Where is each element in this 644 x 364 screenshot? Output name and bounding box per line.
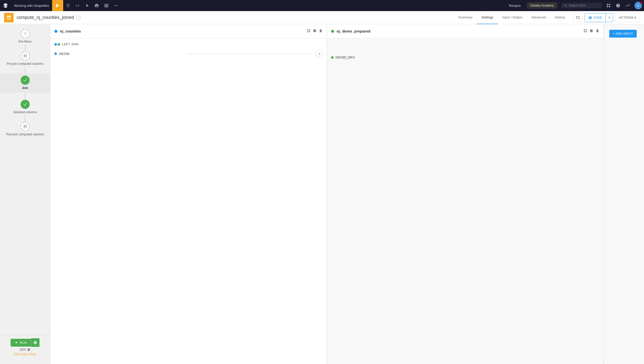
right-panel-header: nj_demo_prepared bbox=[327, 24, 603, 38]
right-panel-icons bbox=[583, 29, 599, 34]
settings-icon[interactable] bbox=[313, 29, 317, 34]
left-dataset-name[interactable]: nj_counties bbox=[60, 29, 304, 33]
right-dataset-name[interactable]: nj_demo_prepared bbox=[337, 29, 581, 33]
search-placeholder: Search DSS... bbox=[569, 4, 588, 7]
actions-button[interactable]: ACTIONS ▾ bbox=[615, 13, 640, 22]
post-join-label: Post-join computed columns bbox=[6, 133, 44, 136]
left-condition-field[interactable]: GEOID bbox=[59, 52, 183, 56]
node-selected-cols: Selected columns bbox=[0, 100, 50, 122]
condition-eq[interactable]: = bbox=[316, 50, 323, 57]
pre-join-circle[interactable] bbox=[21, 51, 30, 60]
tab-settings[interactable]: Settings bbox=[477, 11, 498, 24]
recipes-label[interactable]: Recipes bbox=[505, 4, 525, 8]
left-panel-icons bbox=[307, 29, 323, 34]
node-post-join: Post-join computed columns bbox=[0, 122, 50, 137]
table-icon[interactable] bbox=[101, 0, 111, 11]
selected-cols-circle[interactable] bbox=[21, 100, 30, 109]
left-sidebar: Pre-filters Pre-join computed columns Jo… bbox=[0, 24, 50, 364]
main-layout: Pre-filters Pre-join computed columns Jo… bbox=[0, 24, 644, 364]
app-logo bbox=[0, 0, 11, 11]
tab-history[interactable]: History bbox=[550, 11, 569, 24]
right-panel: nj_demo_prepared bbox=[327, 24, 604, 364]
join-circle[interactable] bbox=[21, 76, 30, 85]
line-2 bbox=[25, 67, 25, 74]
save-main[interactable]: SAVE bbox=[585, 13, 606, 22]
right-grid-icon[interactable] bbox=[583, 29, 587, 34]
right-condition-dot bbox=[331, 56, 334, 59]
tab-summary[interactable]: Summary bbox=[454, 11, 477, 24]
condition-line bbox=[187, 54, 312, 54]
nav-tabs: Summary Settings Input / Output Advanced… bbox=[454, 11, 570, 24]
help-icon[interactable] bbox=[613, 0, 623, 11]
line-3 bbox=[25, 93, 25, 100]
add-input-wrapper: + ADD INPUT bbox=[604, 24, 644, 43]
right-delete-icon[interactable] bbox=[595, 29, 599, 34]
recipe-icon bbox=[4, 13, 14, 22]
join-dot-green bbox=[58, 43, 60, 46]
print-icon[interactable] bbox=[92, 0, 101, 11]
pre-filters-circle[interactable] bbox=[21, 29, 30, 38]
dataiku-academy-btn[interactable]: Dataiku Academy bbox=[527, 2, 557, 9]
save-label: SAVE bbox=[593, 16, 602, 19]
run-btn-group: RUN bbox=[11, 338, 39, 347]
right-settings-icon[interactable] bbox=[589, 29, 593, 34]
left-dataset-dot bbox=[54, 30, 57, 33]
join-label: Join bbox=[22, 86, 28, 90]
join-type-label[interactable]: LEFT JOIN bbox=[62, 42, 79, 46]
run-settings-button[interactable] bbox=[31, 338, 40, 347]
info-icon[interactable]: ? bbox=[76, 15, 81, 20]
trending-icon[interactable] bbox=[623, 0, 632, 11]
left-panel: nj_counties bbox=[50, 24, 327, 364]
topbar: Working with Shapefiles Recipes Dataiku … bbox=[0, 0, 644, 11]
save-dropdown[interactable]: ▾ bbox=[606, 13, 613, 22]
join-condition: GEOID = bbox=[54, 49, 323, 58]
join-type-row: LEFT JOIN bbox=[54, 42, 323, 46]
grid-icon[interactable] bbox=[604, 0, 613, 11]
app-title: Working with Shapefiles bbox=[11, 4, 52, 8]
line-1 bbox=[25, 44, 25, 51]
node-join-wrapper: Join bbox=[0, 74, 50, 93]
play-icon[interactable] bbox=[82, 0, 92, 11]
run-label: RUN bbox=[20, 341, 27, 345]
tab-advanced[interactable]: Advanced bbox=[527, 11, 550, 24]
join-dots bbox=[54, 43, 60, 46]
content-area: nj_counties bbox=[50, 24, 644, 364]
comment-button[interactable] bbox=[574, 13, 583, 22]
code-icon[interactable] bbox=[73, 0, 82, 11]
right-join-section: GEOID_DKU bbox=[327, 38, 603, 64]
right-condition-field[interactable]: GEOID_DKU bbox=[336, 55, 599, 59]
user-avatar[interactable]: U bbox=[634, 2, 642, 9]
post-join-circle[interactable] bbox=[21, 122, 30, 131]
right-join-condition: GEOID_DKU bbox=[331, 54, 599, 60]
flow-button[interactable] bbox=[52, 0, 63, 11]
notification-badge bbox=[640, 1, 642, 4]
disk-copy-label[interactable]: Disk copy (slow) bbox=[14, 352, 36, 356]
add-input-button[interactable]: + ADD INPUT bbox=[609, 30, 637, 38]
line-4 bbox=[25, 115, 25, 122]
svg-marker-0 bbox=[56, 4, 59, 8]
grid-view-icon[interactable] bbox=[307, 29, 311, 34]
search-bar[interactable]: Search DSS... bbox=[561, 3, 602, 8]
pre-join-label: Pre-join computed columns bbox=[7, 62, 43, 66]
dss-label: DSS bbox=[20, 348, 30, 351]
refresh-icon[interactable] bbox=[63, 0, 73, 11]
pre-filters-label: Pre-filters bbox=[19, 40, 31, 43]
delete-icon[interactable] bbox=[319, 29, 323, 34]
actions-label: ACTIONS bbox=[619, 16, 633, 19]
node-pre-join: Pre-join computed columns bbox=[0, 51, 50, 74]
run-bar: RUN DSS Disk copy (slow) bbox=[0, 335, 50, 359]
tab-input-output[interactable]: Input / Output bbox=[498, 11, 527, 24]
right-dataset-dot bbox=[331, 30, 334, 33]
recipe-name: compute_nj_counties_joined bbox=[17, 15, 74, 20]
run-button[interactable]: RUN bbox=[11, 339, 31, 347]
node-pre-filters: Pre-filters bbox=[0, 29, 50, 51]
save-button[interactable]: SAVE ▾ bbox=[585, 13, 613, 22]
secondbar: compute_nj_counties_joined ? Summary Set… bbox=[0, 11, 644, 24]
third-panel: + ADD INPUT bbox=[604, 24, 644, 364]
condition-dot bbox=[54, 52, 57, 55]
selected-cols-label: Selected columns bbox=[13, 110, 37, 114]
join-section: LEFT JOIN GEOID = bbox=[50, 38, 327, 62]
more-icon[interactable] bbox=[111, 0, 121, 11]
secondbar-actions: SAVE ▾ ACTIONS ▾ bbox=[574, 13, 640, 22]
join-dot-blue bbox=[54, 43, 57, 46]
